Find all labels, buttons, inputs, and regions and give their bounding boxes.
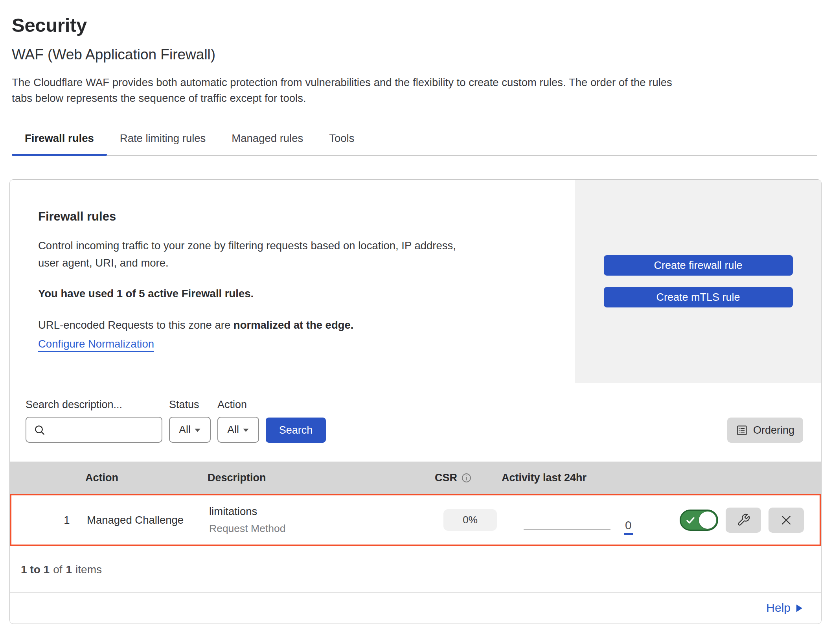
action-field: Action All	[217, 399, 259, 443]
column-header-action: Action	[85, 472, 208, 484]
toggle-knob	[699, 512, 716, 529]
table-header: Action Description CSR Activity last 24h…	[10, 462, 821, 494]
delete-rule-button[interactable]	[768, 508, 804, 533]
page-subtitle: WAF (Web Application Firewall)	[12, 46, 831, 63]
wrench-icon	[737, 513, 750, 527]
row-action: Managed Challenge	[87, 514, 209, 526]
status-label: Status	[169, 399, 211, 411]
status-dropdown-value: All	[179, 424, 191, 436]
search-label: Search description...	[26, 399, 162, 411]
firewall-rules-info: Firewall rules Control incoming traffic …	[10, 180, 575, 383]
waf-tabs: Firewall rules Rate limiting rules Manag…	[12, 127, 817, 156]
status-dropdown[interactable]: All	[169, 417, 211, 443]
action-label: Action	[217, 399, 259, 411]
card-description-line: Control incoming traffic to your zone by…	[38, 237, 551, 254]
column-header-csr: CSR	[435, 472, 502, 484]
tab-label: Managed rules	[232, 132, 303, 144]
status-field: Status All	[169, 399, 211, 443]
row-description-cell: limitations Request Method	[209, 505, 436, 535]
row-controls	[635, 508, 820, 533]
rule-enabled-toggle[interactable]	[680, 510, 718, 531]
check-icon	[685, 515, 696, 526]
firewall-rules-card: Firewall rules Control incoming traffic …	[9, 179, 822, 624]
help-bar: Help	[10, 593, 821, 624]
tab-rate-limiting-rules[interactable]: Rate limiting rules	[107, 127, 219, 155]
tab-managed-rules[interactable]: Managed rules	[219, 127, 316, 155]
help-label: Help	[766, 601, 791, 615]
activity-count-link[interactable]: 0	[624, 520, 633, 535]
summary-total: 1	[66, 563, 72, 576]
page-description-line: tabs below represents the sequence of tr…	[12, 90, 819, 106]
items-summary: 1 to 1 of 1 items	[10, 546, 821, 593]
page-description: The Cloudflare WAF provides both automat…	[12, 75, 819, 106]
info-icon[interactable]	[461, 473, 472, 483]
search-input[interactable]	[26, 417, 162, 443]
card-description: Control incoming traffic to your zone by…	[38, 237, 551, 272]
configure-normalization-link[interactable]: Configure Normalization	[38, 338, 154, 350]
column-header-description: Description	[208, 472, 435, 484]
chevron-down-icon	[243, 428, 249, 432]
card-description-line: user agent, URI, and more.	[38, 254, 551, 272]
row-expression: Request Method	[209, 523, 436, 535]
tab-label: Firewall rules	[25, 132, 94, 144]
usage-text: You have used 1 of 5 active Firewall rul…	[38, 287, 551, 300]
tab-label: Tools	[329, 132, 354, 144]
summary-of: of	[53, 563, 62, 576]
normalization-prefix: URL-encoded Requests to this zone are	[38, 319, 233, 331]
card-heading: Firewall rules	[38, 210, 551, 224]
row-description: limitations	[209, 505, 436, 518]
firewall-rules-overview: Firewall rules Control incoming traffic …	[10, 180, 821, 383]
ordering-label: Ordering	[753, 424, 794, 436]
action-dropdown[interactable]: All	[217, 417, 259, 443]
normalization-bold: normalized at the edge.	[233, 319, 354, 331]
tab-tools[interactable]: Tools	[316, 127, 367, 155]
page-description-line: The Cloudflare WAF provides both automat…	[12, 75, 819, 90]
tab-firewall-rules[interactable]: Firewall rules	[12, 127, 107, 155]
table-row: 1 Managed Challenge limitations Request …	[10, 494, 821, 546]
row-priority: 1	[11, 514, 87, 526]
search-field: Search description...	[26, 399, 162, 443]
chevron-down-icon	[194, 428, 201, 432]
csr-badge: 0%	[443, 509, 497, 531]
search-button[interactable]: Search	[266, 418, 326, 443]
search-icon	[33, 424, 46, 436]
create-firewall-rule-button[interactable]: Create firewall rule	[604, 255, 793, 276]
column-header-activity: Activity last 24hr	[502, 472, 633, 484]
activity-sparkline	[524, 529, 610, 530]
edit-rule-button[interactable]	[726, 508, 761, 533]
normalization-text: URL-encoded Requests to this zone are no…	[38, 319, 551, 331]
arrow-right-icon	[796, 604, 803, 613]
ordering-list-icon	[736, 424, 748, 436]
csr-header-label: CSR	[435, 472, 457, 484]
help-link[interactable]: Help	[766, 601, 803, 615]
create-mtls-rule-button[interactable]: Create mTLS rule	[604, 287, 793, 307]
action-dropdown-value: All	[227, 424, 239, 436]
security-waf-page: Security WAF (Web Application Firewall) …	[0, 0, 831, 624]
page-title: Security	[12, 14, 831, 36]
card-actions-panel: Create firewall rule Create mTLS rule	[575, 180, 821, 383]
filter-bar: Search description... Status All	[10, 383, 821, 462]
search-box	[26, 417, 162, 443]
summary-range: 1 to 1	[21, 563, 50, 576]
row-activity-cell: 0	[503, 495, 635, 545]
ordering-button[interactable]: Ordering	[727, 418, 803, 443]
summary-items: items	[75, 563, 102, 576]
x-icon	[780, 513, 793, 527]
row-csr-cell: 0%	[436, 509, 503, 531]
tab-label: Rate limiting rules	[120, 132, 206, 144]
